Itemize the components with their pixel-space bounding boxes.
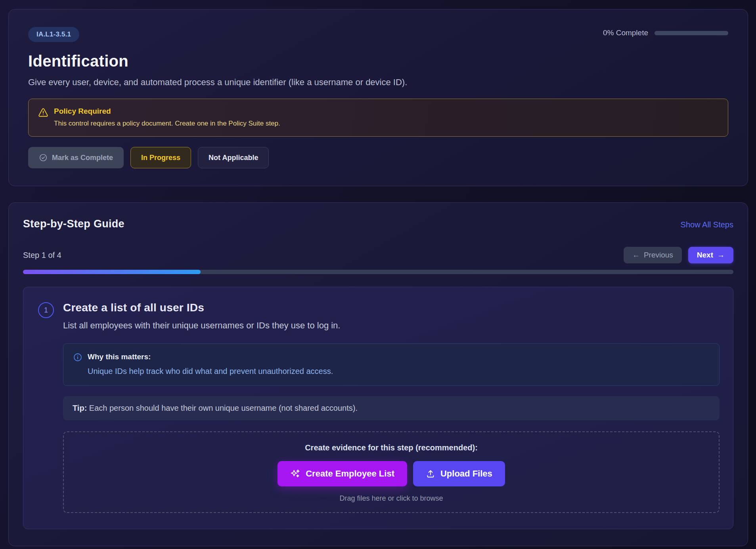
show-all-steps-link[interactable]: Show All Steps — [681, 220, 733, 229]
step-panel: 1 Create a list of all user IDs List all… — [23, 287, 733, 529]
evidence-dropzone[interactable]: Create evidence for this step (recommend… — [63, 431, 720, 513]
arrow-left-icon: ← — [632, 251, 640, 259]
why-this-matters-box: Why this matters: Unique IDs help track … — [63, 343, 720, 386]
previous-label: Previous — [644, 251, 673, 259]
tip-label: Tip: — [73, 404, 87, 412]
step-counter: Step 1 of 4 — [23, 251, 61, 260]
create-employee-list-button[interactable]: Create Employee List — [278, 461, 407, 486]
not-applicable-button[interactable]: Not Applicable — [198, 147, 269, 168]
mark-as-complete-button[interactable]: Mark as Complete — [28, 147, 124, 168]
upload-files-label: Upload Files — [440, 469, 492, 479]
upload-files-button[interactable]: Upload Files — [413, 461, 505, 486]
step-description: List all employees with their unique use… — [63, 320, 720, 331]
mark-as-complete-label: Mark as Complete — [52, 154, 113, 162]
control-actions: Mark as Complete In Progress Not Applica… — [28, 147, 728, 168]
step-navigation: Step 1 of 4 ← Previous Next → — [23, 247, 733, 263]
guide-header: Step-by-Step Guide Show All Steps — [23, 218, 733, 230]
control-card-header: IA.L1-3.5.1 0% Complete — [28, 27, 728, 42]
check-circle-icon — [39, 153, 48, 162]
why-text: Unique IDs help track who did what and p… — [88, 367, 333, 376]
not-applicable-label: Not Applicable — [209, 154, 258, 162]
control-card: IA.L1-3.5.1 0% Complete Identification G… — [8, 9, 748, 186]
control-progress-label: 0% Complete — [603, 29, 648, 37]
in-progress-label: In Progress — [141, 154, 180, 162]
drag-hint: Drag files here or click to browse — [72, 494, 711, 503]
why-this-matters-text: Why this matters: Unique IDs help track … — [88, 353, 333, 376]
page-title: Identification — [28, 52, 728, 70]
evidence-buttons: Create Employee List Upload Files — [72, 461, 711, 486]
step-guide-card: Step-by-Step Guide Show All Steps Step 1… — [8, 202, 748, 546]
policy-required-text: Policy Required This control requires a … — [54, 107, 280, 128]
control-progress: 0% Complete — [603, 29, 728, 37]
tip-box: Tip: Each person should have their own u… — [63, 396, 720, 420]
policy-required-message: This control requires a policy document.… — [54, 120, 280, 128]
step-content: Create a list of all user IDs List all e… — [63, 301, 720, 513]
previous-step-button[interactable]: ← Previous — [624, 247, 682, 263]
page-background: { "icons": { "arrow_left": "←", "arrow_r… — [0, 0, 756, 549]
control-description: Give every user, device, and automated p… — [28, 77, 728, 88]
upload-icon — [426, 469, 435, 478]
step-number-badge: 1 — [38, 302, 54, 318]
evidence-heading: Create evidence for this step (recommend… — [72, 443, 711, 452]
control-progress-track — [655, 31, 728, 35]
create-employee-list-label: Create Employee List — [306, 469, 394, 479]
step-nav-buttons: ← Previous Next → — [624, 247, 733, 263]
next-label: Next — [697, 251, 713, 259]
next-step-button[interactable]: Next → — [688, 247, 733, 263]
step-title: Create a list of all user IDs — [63, 301, 720, 314]
tip-text: Each person should have their own unique… — [87, 404, 358, 412]
guide-title: Step-by-Step Guide — [23, 218, 124, 230]
in-progress-button[interactable]: In Progress — [130, 147, 191, 168]
step-progress-fill — [23, 270, 201, 274]
info-icon — [73, 353, 82, 376]
policy-required-banner: Policy Required This control requires a … — [28, 99, 728, 137]
arrow-right-icon: → — [717, 251, 725, 259]
control-id-badge: IA.L1-3.5.1 — [28, 27, 79, 42]
policy-required-title: Policy Required — [54, 107, 280, 116]
warning-triangle-icon — [38, 107, 48, 128]
why-title: Why this matters: — [88, 353, 333, 361]
sparkles-icon — [290, 469, 300, 479]
step-progress-track — [23, 270, 733, 274]
step-number: 1 — [44, 306, 48, 315]
